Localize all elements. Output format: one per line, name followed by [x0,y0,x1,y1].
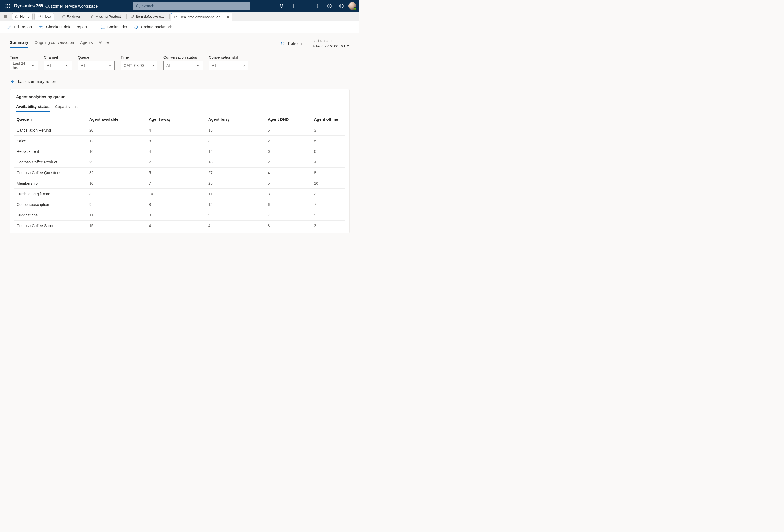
table-cell: 2 [266,136,312,146]
th-dnd[interactable]: Agent DND [266,115,312,125]
filter-label: Time [120,55,157,60]
app-launcher-icon[interactable] [2,0,13,12]
dropdown-skill[interactable]: All [209,61,248,70]
tab-fix-dryer[interactable]: Fix dryer [59,12,83,21]
toolbar-label: Checkout default report [46,25,87,29]
close-tab-icon[interactable]: ✕ [226,15,229,19]
dropdown-channel[interactable]: All [44,61,72,70]
gear-icon[interactable] [311,0,324,12]
dropdown-status[interactable]: All [163,61,203,70]
table-cell: 8 [147,136,206,146]
last-updated: Last updated 7/14/2022 5:08: 15 PM [308,38,349,49]
table-cell: 6 [312,146,345,157]
chevron-down-icon [242,64,245,67]
avatar[interactable] [348,2,356,10]
tab-label: Missing Product [95,14,120,19]
tab-home[interactable]: Home [12,13,33,20]
dropdown-timezone[interactable]: GMT -08:00 [120,61,157,70]
dropdown-queue[interactable]: All [78,61,115,70]
table-row[interactable]: Contoso Coffee Questions3252748 [15,167,345,178]
bookmarks-button[interactable]: Bookmarks [99,24,129,30]
dropdown-value: All [166,63,171,68]
table-row[interactable]: Sales128825 [15,136,345,146]
tab-label: Real time omnichannel an... [179,15,223,19]
back-link[interactable]: back summary report [10,79,349,84]
list-icon [101,25,105,29]
add-icon[interactable] [287,0,300,12]
svg-point-0 [6,4,6,5]
update-bookmark-button[interactable]: Update bookmark [132,24,173,30]
table-cell: Membership [15,178,87,188]
table-cell: 2 [266,157,312,167]
tab-voice[interactable]: Voice [99,39,109,48]
menu-icon[interactable] [1,12,10,21]
table-cell: 12 [206,199,266,210]
global-search[interactable] [133,2,250,10]
th-queue[interactable]: Queue↑ [15,115,87,125]
table-cell: 9 [87,199,147,210]
table-cell: 16 [206,157,266,167]
table-cell: 12 [87,136,147,146]
tab-summary[interactable]: Summary [10,39,28,48]
svg-point-20 [340,5,341,6]
svg-point-8 [9,7,10,8]
filter-channel: Channel All [44,55,72,70]
chevron-down-icon [197,64,200,67]
table-cell: 14 [206,146,266,157]
table-row[interactable]: Contoso Coffee Product2371624 [15,157,345,167]
table-row[interactable]: Membership10725510 [15,178,345,188]
table-row[interactable]: Contoso Coffee Shop154483 [15,220,345,231]
table-cell: 6 [266,199,312,210]
tab-inbox[interactable]: Inbox [34,13,54,20]
svg-point-2 [9,4,10,5]
tab-agents[interactable]: Agents [80,39,93,48]
emoji-icon[interactable] [335,0,347,12]
table-row[interactable]: Replacement1641466 [15,146,345,157]
filters-row: Time Last 24 hrs Channel All Queue All T… [10,55,349,70]
table-cell: Contoso Coffee Shop [15,220,87,231]
table-row[interactable]: Suggestions119979 [15,210,345,220]
table-cell: 4 [147,146,206,157]
dropdown-time[interactable]: Last 24 hrs [10,61,38,70]
tab-omnichannel[interactable]: Real time omnichannel an... ✕ [171,13,232,21]
table-cell: 7 [147,178,206,188]
th-offline[interactable]: Agent offline [312,115,345,125]
tab-missing-product[interactable]: Missing Product [88,12,123,21]
table-cell: Sales [15,136,87,146]
search-input[interactable] [142,4,248,8]
filter-label: Conversation status [163,55,203,60]
table-row[interactable]: Cancellation/Refund2041553 [15,125,345,136]
inbox-icon [37,15,41,18]
agent-analytics-card: Agent analytics by queue Availability st… [10,89,349,233]
tab-item-defective[interactable]: Item defective o... [128,12,167,21]
th-away[interactable]: Agent away [147,115,206,125]
table-row[interactable]: Purchasing gift card8101132 [15,188,345,199]
toolbar-label: Edit report [14,25,32,29]
filter-icon[interactable] [300,0,311,12]
divider [86,14,86,19]
th-available[interactable]: Agent available [87,115,147,125]
table-cell: 4 [147,220,206,231]
subtab-availability[interactable]: Availability status [16,104,50,112]
subtab-capacity[interactable]: Capacity unit [55,104,78,112]
lightbulb-icon[interactable] [276,0,287,12]
table-cell: 9 [312,210,345,220]
tab-ongoing[interactable]: Ongoing conversation [34,39,74,48]
filter-queue: Queue All [78,55,115,70]
refresh-button[interactable]: Refresh [278,40,305,47]
table-cell: 10 [312,178,345,188]
search-icon [136,4,140,8]
svg-point-5 [9,6,10,6]
dropdown-value: Last 24 hrs [13,61,32,70]
svg-point-31 [101,28,101,28]
undo-icon [39,25,44,29]
help-icon[interactable] [324,0,335,12]
last-updated-value: 7/14/2022 5:08: 15 PM [312,43,349,49]
edit-report-button[interactable]: Edit report [5,24,34,30]
table-row[interactable]: Coffee subscription981267 [15,199,345,210]
svg-point-3 [6,6,6,6]
checkout-report-button[interactable]: Checkout default report [37,24,89,30]
workspace-tabbar: Home Inbox Fix dryer Missing Product Ite… [0,12,359,21]
table-cell: 23 [87,157,147,167]
th-busy[interactable]: Agent busy [206,115,266,125]
